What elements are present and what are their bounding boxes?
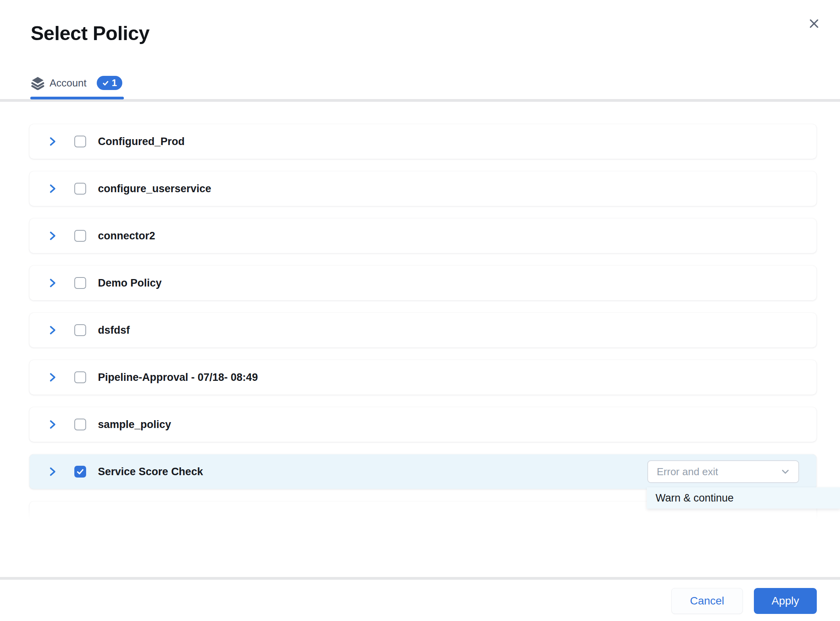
expand-chevron-icon[interactable] xyxy=(47,466,58,477)
policy-checkbox[interactable] xyxy=(74,371,86,383)
policy-row: Service Score Check Error and exit xyxy=(29,454,816,489)
policy-row: Configured_Prod xyxy=(29,124,816,159)
expand-chevron-icon[interactable] xyxy=(47,419,58,430)
policy-row: connector2 xyxy=(29,219,816,253)
select-value: Error and exit xyxy=(657,466,780,478)
expand-chevron-icon[interactable] xyxy=(47,136,58,147)
policy-name: Demo Policy xyxy=(98,277,162,289)
policy-list: Configured_Prod configure_userservice xyxy=(29,124,816,520)
policy-checkbox[interactable] xyxy=(74,277,86,289)
active-tab-indicator xyxy=(30,97,124,99)
layers-icon xyxy=(31,76,45,90)
policy-row: Demo Policy xyxy=(29,266,816,300)
policy-row: Pipeline-Approval - 07/18- 08:49 xyxy=(29,360,816,395)
footer-divider xyxy=(0,577,840,580)
page-title: Select Policy xyxy=(31,22,149,45)
policy-action-select[interactable]: Error and exit xyxy=(647,460,799,483)
policy-row: configure_userservice xyxy=(29,171,816,206)
policy-name: configure_userservice xyxy=(98,183,211,195)
expand-chevron-icon[interactable] xyxy=(47,183,58,194)
dropdown-option[interactable]: Warn & continue xyxy=(647,487,840,509)
policy-row: sample_policy xyxy=(29,407,816,442)
policy-checkbox[interactable] xyxy=(74,324,86,336)
expand-chevron-icon[interactable] xyxy=(47,230,58,241)
check-icon xyxy=(102,80,109,86)
policy-checkbox[interactable] xyxy=(74,136,86,147)
policy-checkbox[interactable] xyxy=(74,419,86,430)
policy-name: Service Score Check xyxy=(98,466,203,478)
tab-account[interactable]: Account 1 xyxy=(31,76,122,90)
policy-name: connector2 xyxy=(98,230,155,242)
tab-bar: Account 1 xyxy=(31,75,122,91)
policy-name: dsfdsf xyxy=(98,324,130,336)
tab-account-label: Account xyxy=(50,77,87,89)
policy-checkbox[interactable] xyxy=(74,183,86,195)
policy-row: dsfdsf xyxy=(29,313,816,347)
policy-checkbox[interactable] xyxy=(74,466,86,478)
chevron-down-icon xyxy=(780,467,790,477)
selected-count: 1 xyxy=(112,77,117,88)
policy-name: sample_policy xyxy=(98,419,171,431)
selected-count-badge: 1 xyxy=(97,76,122,90)
action-dropdown-menu: Warn & continue xyxy=(647,487,840,509)
expand-chevron-icon[interactable] xyxy=(47,325,58,336)
policy-name: Configured_Prod xyxy=(98,136,185,148)
expand-chevron-icon[interactable] xyxy=(47,372,58,383)
policy-name: Pipeline-Approval - 07/18- 08:49 xyxy=(98,371,258,384)
apply-button[interactable]: Apply xyxy=(754,588,817,614)
select-policy-modal: Select Policy Account xyxy=(0,0,840,621)
cancel-button[interactable]: Cancel xyxy=(671,588,743,614)
close-button[interactable] xyxy=(807,17,821,31)
expand-chevron-icon[interactable] xyxy=(47,277,58,288)
policy-checkbox[interactable] xyxy=(74,230,86,242)
close-icon xyxy=(808,17,820,31)
tabbar-divider xyxy=(0,99,840,102)
